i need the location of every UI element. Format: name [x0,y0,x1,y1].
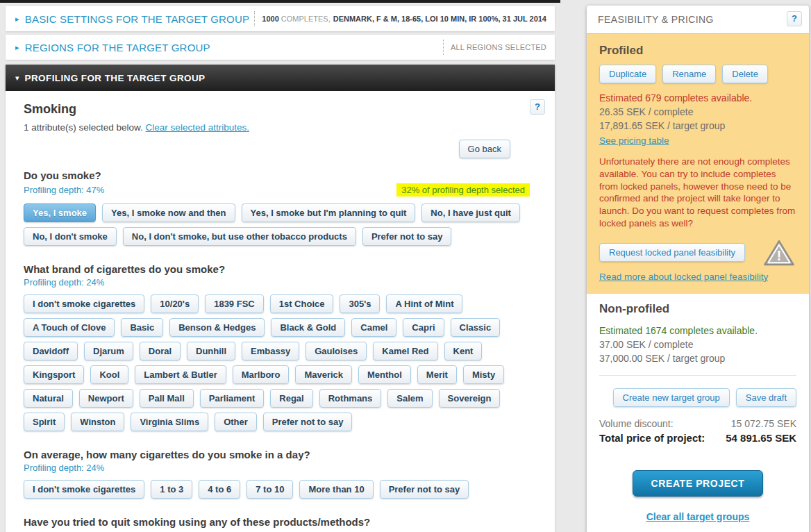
answer-option-button[interactable]: Sovereign [439,389,501,408]
answer-option-button[interactable]: No, I don't smoke, but use other tobacco… [123,227,356,246]
answer-option-button[interactable]: Prefer not to say [362,227,452,246]
panel-title: FEASIBILITY & PRICING [598,14,714,25]
summary-details: DENMARK, F & M, 18-65, LOI 10 MIN, IR 10… [333,15,546,23]
answer-option-button[interactable]: Marlboro [233,365,290,384]
answer-option-button[interactable]: Newport [79,389,133,408]
answer-option-button[interactable]: 1st Choice [270,294,334,313]
answer-option-button[interactable]: Basic [121,318,163,337]
answer-option-button[interactable]: Embassy [242,342,299,360]
delete-button[interactable]: Delete [722,65,768,83]
answer-option-button[interactable]: Parliament [200,389,264,408]
answer-option-button[interactable]: Davidoff [24,342,78,360]
non-profiled-price-per-target-group: 37,000.00 SEK / target group [599,353,796,364]
save-draft-button[interactable]: Save draft [736,388,796,407]
answer-option-button[interactable]: More than 10 [299,480,373,499]
profiling-depth: Profiling depth: 47% [24,185,104,195]
answer-option-button[interactable]: Rothmans [319,389,382,408]
summary-completes: 1000 [262,15,278,23]
answer-options: I don't smoke cigarettes1 to 34 to 67 to… [24,480,537,499]
answer-option-button[interactable]: Merit [417,365,457,384]
accordion-profiling[interactable]: ▾ PROFILING FOR THE TARGET GROUP [6,65,555,91]
read-more-locked-panel-link[interactable]: Read more about locked panel feasibility [599,272,768,282]
answer-option-button[interactable]: Salem [387,389,432,408]
attributes-note: 1 attribute(s) selected below. Clear sel… [24,122,537,133]
answer-option-button[interactable]: Kent [444,342,483,360]
profiling-depth: Profiling depth: 24% [24,277,104,288]
answer-option-button[interactable]: Yes, I smoke [24,203,96,222]
accordion-regions-label: REGIONS FOR THE TARGET GROUP [25,42,210,53]
answer-option-button[interactable]: Kingsport [24,365,84,384]
answer-option-button[interactable]: Menthol [358,365,411,384]
help-icon[interactable]: ? [787,11,802,26]
answer-option-button[interactable]: Lambert & Butler [135,365,226,384]
answer-option-button[interactable]: 1 to 3 [151,480,192,499]
top-strip [0,0,560,3]
answer-option-button[interactable]: Other [215,413,257,431]
duplicate-button[interactable]: Duplicate [599,65,656,83]
create-project-button[interactable]: CREATE PROJECT [633,470,764,497]
question-text: On average, how many cigarettes do you s… [24,449,537,460]
answer-options: Yes, I smokeYes, I smoke now and thenYes… [24,203,537,246]
non-profiled-title: Non-profiled [599,302,796,316]
locked-panels-warning: Unfortunately there are not enough compl… [599,156,796,230]
answer-option-button[interactable]: No, I don't smoke [24,227,117,246]
answer-option-button[interactable]: Dunhill [187,342,235,360]
question-cigarettes-per-day: On average, how many cigarettes do you s… [24,449,537,499]
answer-option-button[interactable]: A Hint of Mint [386,294,462,313]
create-new-target-group-button[interactable]: Create new target group [613,388,730,407]
answer-option-button[interactable]: Spirit [24,413,65,431]
answer-option-button[interactable]: Yes, I smoke but I'm planning to quit [242,203,416,222]
question-text: What brand of cigarettes do you smoke? [24,263,537,275]
answer-option-button[interactable]: I don't smoke cigarettes [24,480,144,499]
clear-all-target-groups-link[interactable]: Clear all target groups [646,511,750,522]
answer-option-button[interactable]: Kamel Red [373,342,437,360]
answer-option-button[interactable]: Classic [451,318,501,337]
page-title: Smoking [24,102,537,117]
answer-option-button[interactable]: 305's [340,294,380,313]
clear-attributes-link[interactable]: Clear selected attributes. [146,122,249,133]
accordion-basic-settings[interactable]: ▸ BASIC SETTINGS FOR THE TARGET GROUP 10… [6,6,555,31]
see-pricing-table-link[interactable]: See pricing table [599,135,669,146]
answer-option-button[interactable]: Doral [140,342,181,360]
rename-button[interactable]: Rename [662,65,716,83]
answer-options: I don't smoke cigarettes10/20's1839 FSC1… [24,294,537,431]
question-quit-methods: Have you tried to quit smoking using any… [24,516,537,532]
chevron-right-icon: ▸ [15,15,19,24]
answer-option-button[interactable]: Gauloises [306,342,367,360]
answer-option-button[interactable]: Benson & Hedges [169,318,265,337]
basic-settings-summary: 1000 COMPLETES, DENMARK, F & M, 18-65, L… [254,11,546,26]
answer-option-button[interactable]: Kool [90,365,128,384]
answer-option-button[interactable]: Regal [270,389,312,408]
answer-option-button[interactable]: Virginia Slims [131,413,208,431]
help-icon[interactable]: ? [530,99,545,115]
profiled-section: Profiled Duplicate Rename Delete Estimat… [587,33,809,294]
answer-option-button[interactable]: Black & Gold [271,318,345,337]
request-locked-panel-button[interactable]: Request locked panel feasibility [599,243,745,262]
answer-option-button[interactable]: Prefer not to say [263,413,353,431]
answer-option-button[interactable]: Djarum [84,342,133,360]
warning-triangle-icon: ! [763,238,795,267]
answer-option-button[interactable]: Maverick [295,365,352,384]
answer-option-button[interactable]: 1839 FSC [205,294,264,313]
answer-option-button[interactable]: Winston [71,413,124,431]
total-price-value: 54 891.65 SEK [726,432,796,444]
answer-option-button[interactable]: 10/20's [151,294,199,313]
answer-option-button[interactable]: No, I have just quit [421,203,520,222]
answer-option-button[interactable]: 7 to 10 [246,480,293,499]
answer-option-button[interactable]: Misty [463,365,504,384]
answer-option-button[interactable]: A Touch of Clove [24,318,115,337]
answer-option-button[interactable]: 4 to 6 [199,480,240,499]
answer-option-button[interactable]: Pall Mall [140,389,194,408]
answer-option-button[interactable]: Yes, I smoke now and then [102,203,235,222]
answer-option-button[interactable]: Capri [403,318,444,337]
answer-option-button[interactable]: Natural [24,389,73,408]
regions-summary-text: ALL REGIONS SELECTED [451,43,546,51]
profiled-estimate: Estimated 679 completes available. [599,92,796,103]
answer-option-button[interactable]: Camel [351,318,396,337]
answer-option-button[interactable]: Prefer not to say [380,480,469,499]
accordion-regions[interactable]: ▸ REGIONS FOR THE TARGET GROUP ALL REGIO… [6,35,555,60]
accordion-regions-title: ▸ REGIONS FOR THE TARGET GROUP [15,42,210,53]
attributes-note-text: 1 attribute(s) selected below. [24,122,143,133]
go-back-button[interactable]: Go back [459,140,510,158]
answer-option-button[interactable]: I don't smoke cigarettes [24,294,144,313]
